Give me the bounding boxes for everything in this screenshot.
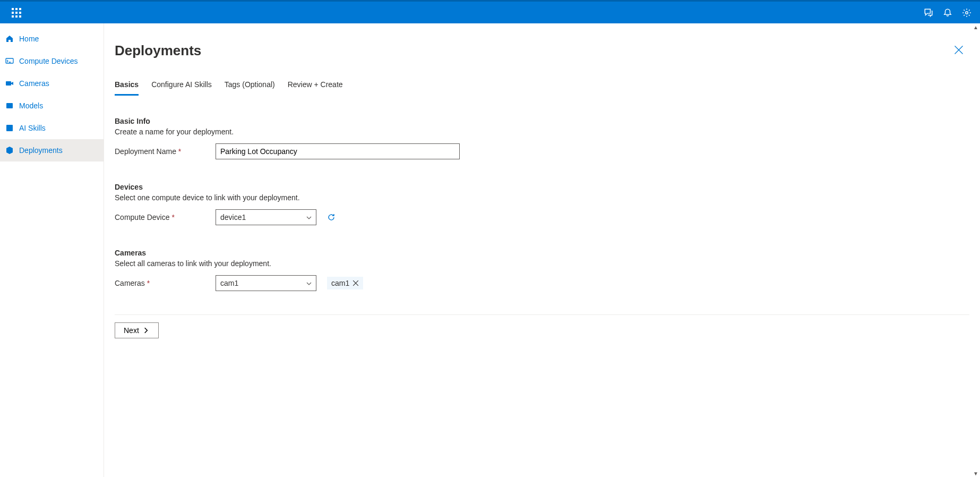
- scroll-down-arrow[interactable]: ▼: [973, 471, 978, 476]
- camera-chip: cam1: [327, 277, 363, 289]
- footer: Next: [115, 314, 969, 354]
- tab-review-create[interactable]: Review + Create: [288, 80, 343, 96]
- chip-label: cam1: [331, 279, 349, 287]
- sidebar-item-label: Deployments: [19, 146, 63, 155]
- sidebar-item-deployments[interactable]: Deployments: [0, 139, 104, 161]
- sidebar-item-label: Cameras: [19, 79, 49, 88]
- section-desc: Select all cameras to link with your dep…: [115, 259, 980, 268]
- home-icon: [5, 35, 14, 43]
- section-heading: Cameras: [115, 249, 980, 257]
- chevron-down-icon: [306, 214, 312, 220]
- close-button[interactable]: [953, 45, 964, 55]
- page-title: Deployments: [115, 42, 980, 59]
- compute-device-label: Compute Device *: [115, 213, 216, 222]
- feedback-icon[interactable]: [924, 8, 933, 18]
- deployments-icon: [5, 146, 14, 155]
- sidebar-item-compute-devices[interactable]: Compute Devices: [0, 50, 104, 72]
- section-basic-info: Basic Info Create a name for your deploy…: [115, 117, 980, 159]
- cameras-select[interactable]: cam1: [216, 275, 316, 291]
- sidebar-item-label: Home: [19, 35, 39, 43]
- tab-basics[interactable]: Basics: [115, 80, 139, 96]
- cameras-label: Cameras *: [115, 279, 216, 287]
- top-bar: [0, 0, 980, 23]
- sidebar-item-label: Models: [19, 101, 43, 110]
- compute-device-select[interactable]: device1: [216, 209, 316, 225]
- svg-rect-2: [6, 81, 11, 86]
- sidebar-item-cameras[interactable]: Cameras: [0, 72, 104, 95]
- sidebar-item-label: Compute Devices: [19, 57, 78, 65]
- refresh-icon[interactable]: [327, 213, 336, 222]
- deployment-name-label: Deployment Name *: [115, 147, 216, 156]
- svg-point-0: [966, 11, 968, 14]
- app-launcher-icon[interactable]: [12, 8, 21, 18]
- sidebar-item-models[interactable]: Models: [0, 95, 104, 117]
- sidebar: Home Compute Devices Cameras Models AI S…: [0, 23, 104, 477]
- tab-configure-ai-skills[interactable]: Configure AI Skills: [151, 80, 212, 96]
- sidebar-item-home[interactable]: Home: [0, 28, 104, 50]
- camera-icon: [5, 79, 14, 88]
- svg-rect-3: [6, 103, 13, 108]
- models-icon: [5, 101, 14, 110]
- section-heading: Devices: [115, 183, 980, 191]
- section-desc: Select one compute device to link with y…: [115, 193, 980, 202]
- chevron-down-icon: [306, 280, 312, 286]
- skills-icon: [5, 124, 14, 132]
- notifications-icon[interactable]: [943, 8, 952, 18]
- chip-remove-icon[interactable]: [353, 280, 359, 286]
- section-devices: Devices Select one compute device to lin…: [115, 183, 980, 225]
- main-panel: ▲ Deployments Basics Configure AI Skills…: [104, 23, 980, 477]
- next-button[interactable]: Next: [115, 322, 159, 338]
- tab-tags[interactable]: Tags (Optional): [225, 80, 275, 96]
- settings-icon[interactable]: [962, 8, 972, 18]
- deployment-name-input[interactable]: [216, 143, 460, 159]
- section-cameras: Cameras Select all cameras to link with …: [115, 249, 980, 291]
- svg-rect-4: [6, 125, 13, 131]
- svg-rect-1: [6, 58, 13, 63]
- section-desc: Create a name for your deployment.: [115, 127, 980, 136]
- section-heading: Basic Info: [115, 117, 980, 125]
- sidebar-item-label: AI Skills: [19, 124, 46, 132]
- device-icon: [5, 57, 14, 65]
- tabs: Basics Configure AI Skills Tags (Optiona…: [115, 80, 980, 96]
- sidebar-item-ai-skills[interactable]: AI Skills: [0, 117, 104, 139]
